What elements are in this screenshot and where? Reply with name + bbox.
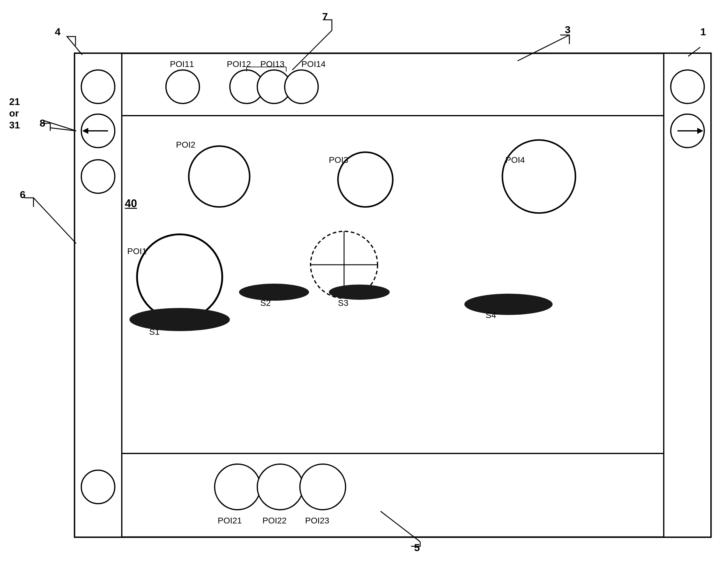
poi23-circle — [300, 464, 346, 510]
poi3-label: POI3 — [329, 155, 348, 165]
s1-label: S1 — [149, 327, 160, 337]
poi1-circle — [137, 234, 222, 319]
ref-label-5: 5 — [414, 542, 420, 554]
s2-shadow — [239, 283, 309, 301]
poi14-circle — [285, 70, 318, 104]
left-bot-circle — [81, 160, 115, 193]
poi11-circle — [166, 70, 199, 104]
poi4-label: POI4 — [505, 155, 525, 165]
ref-label-1: 1 — [700, 26, 706, 38]
poi13-label: POI13 — [260, 59, 284, 69]
poi21-circle — [215, 464, 260, 510]
poi22-circle — [257, 464, 303, 510]
ref-label-6: 6 — [20, 189, 26, 201]
s2-label: S2 — [260, 298, 271, 308]
ref-label-4: 4 — [55, 26, 61, 38]
poi2-label: POI2 — [176, 140, 195, 150]
ref-label-8: 8 — [40, 117, 45, 129]
ref-label-7: 7 — [322, 11, 328, 23]
right-top-circle — [671, 70, 704, 104]
poi12-label: POI12 — [227, 59, 251, 69]
ref-label-21-or-31: 21or31 — [9, 96, 20, 131]
poi2-circle — [189, 146, 250, 207]
poi22-label: POI22 — [262, 516, 287, 526]
area-label-40: 40 — [125, 197, 137, 210]
poi1-label: POI1 — [127, 247, 147, 256]
s1-shadow — [129, 308, 230, 331]
poi4-circle — [502, 140, 575, 213]
poi23-label: POI23 — [305, 516, 329, 526]
s4-label: S4 — [486, 310, 496, 320]
s3-label: S3 — [338, 298, 348, 308]
s4-shadow — [464, 294, 553, 315]
poi21-label: POI21 — [218, 516, 242, 526]
poi14-label: POI14 — [301, 59, 325, 69]
ref6-bracket — [24, 198, 33, 207]
ref6-leader — [33, 198, 76, 244]
ref3-bracket — [560, 35, 569, 44]
ref-label-3: 3 — [565, 24, 571, 36]
ref4-leader — [67, 37, 82, 55]
s3-shadow — [329, 284, 390, 300]
poi11-label: POI11 — [170, 59, 194, 69]
left-bottom-circle — [81, 470, 115, 504]
left-top-circle — [81, 70, 115, 104]
diagram-container: 1 3 4 5 6 7 8 21or31 POI11 POI12 POI13 P… — [0, 0, 728, 563]
